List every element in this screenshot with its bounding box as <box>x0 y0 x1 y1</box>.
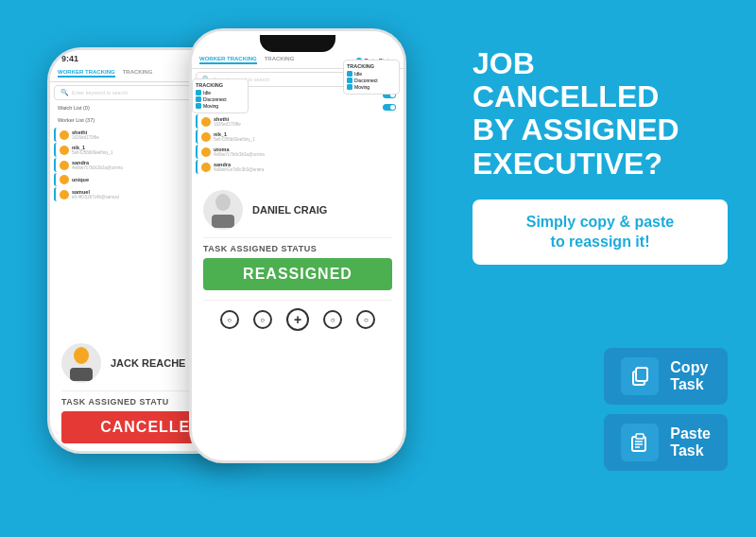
headline-line3: EXECUTIVE? <box>472 147 662 181</box>
avatar-small <box>60 161 69 170</box>
status-item: Disconnect <box>196 96 245 102</box>
list-item[interactable]: shethi 1626ed170f6e <box>196 114 400 129</box>
worker-info: sandra 4a9berGe7b9c3b3@unera <box>214 162 396 172</box>
exec-name-front: DANIEL CRAIG <box>252 204 327 216</box>
task-status-front: TASK ASSIGNED STATUS REASSIGNED <box>203 238 392 294</box>
phone-notch <box>260 35 335 52</box>
copy-task-label: CopyTask <box>670 359 708 393</box>
svg-rect-1 <box>70 368 93 381</box>
app-tabs-back: WORKER TRACKING TRACKING <box>58 69 152 78</box>
exec-avatar-back <box>61 343 101 383</box>
nav-icon-2[interactable]: ○ <box>253 310 272 329</box>
worker-list-toggle-front[interactable] <box>383 104 396 111</box>
exec-avatar-front <box>203 190 243 230</box>
avatar-small <box>201 163 211 172</box>
svg-point-2 <box>215 194 231 211</box>
avatar-small <box>201 117 211 127</box>
nav-icon-plus[interactable]: + <box>286 308 309 331</box>
avatar-small <box>201 132 211 142</box>
task-status-label-front: TASK ASSIGNED STATUS <box>203 244 392 253</box>
time-back: 9:41 <box>61 54 78 63</box>
list-item[interactable]: sandra 4a9berGe7b9c3b3@unera <box>196 160 400 174</box>
action-buttons: CopyTask PasteTask <box>604 348 728 471</box>
copy-task-button[interactable]: CopyTask <box>604 348 728 405</box>
search-icon-back: 🔍 <box>60 89 69 96</box>
status-item: Disconnect <box>347 78 396 83</box>
phones-area: 9:41 ▌▌▌ ▾ 🔋 WORKER TRACKING TRACKING Du… <box>19 0 472 537</box>
subtext: Simply copy & pasteto reassign it! <box>526 214 675 250</box>
tab-worker-tracking-back[interactable]: WORKER TRACKING <box>58 69 115 78</box>
status-item: Idle <box>347 71 396 77</box>
checkbox <box>347 78 352 83</box>
avatar-small <box>60 190 69 199</box>
avatar-small <box>60 175 69 184</box>
phone-nav: ○ ○ + ○ ○ <box>203 300 392 338</box>
worker-info: shethi 1626ed170f6e <box>214 116 396 127</box>
checkbox <box>196 103 201 109</box>
paste-task-button[interactable]: PasteTask <box>604 414 728 471</box>
right-content: JOB CANCELLED BY ASSIGNED EXECUTIVE? Sim… <box>472 47 728 265</box>
phone-bottom-front: DANIEL CRAIG TASK ASSIGNED STATUS REASSI… <box>192 175 404 326</box>
reassigned-badge: REASSIGNED <box>203 258 392 290</box>
svg-point-0 <box>74 347 89 364</box>
svg-rect-5 <box>636 368 647 381</box>
checkbox <box>196 96 201 102</box>
main-container: 9:41 ▌▌▌ ▾ 🔋 WORKER TRACKING TRACKING Du… <box>0 0 756 537</box>
list-item[interactable]: nik_1 5e6-f256b93ee6niy_1 <box>196 130 400 144</box>
status-item: Idle <box>196 90 245 95</box>
notch-area <box>192 31 404 52</box>
subtext-box: Simply copy & pasteto reassign it! <box>472 199 728 266</box>
executive-row-front: DANIEL CRAIG <box>203 182 392 238</box>
nav-icon-1[interactable]: ○ <box>220 310 239 329</box>
app-tabs-front: WORKER TRACKING TRACKING <box>199 56 294 64</box>
headline-line2: BY ASSIGNED <box>472 113 679 147</box>
worker-info: nik_1 5e6-f256b93ee6niy_1 <box>214 131 396 142</box>
paste-task-label: PasteTask <box>670 425 711 459</box>
worker-info: utoma 4e9be7c7b9c3b3a@unima <box>214 147 396 157</box>
checkbox <box>347 84 352 90</box>
checkbox <box>347 71 352 77</box>
avatar-small <box>201 147 211 157</box>
headline-line1: JOB CANCELLED <box>472 46 659 113</box>
paste-icon <box>621 424 659 461</box>
list-item[interactable]: utoma 4e9be7c7b9c3b3a@unima <box>196 145 400 159</box>
status-item: Moving <box>196 103 245 109</box>
tracking-panel-back: TRACKING Idle Disconnect Moving <box>192 78 249 113</box>
tab-worker-tracking-front[interactable]: WORKER TRACKING <box>199 56 257 64</box>
tab-tracking-front[interactable]: TRACKING <box>265 56 295 64</box>
headline: JOB CANCELLED BY ASSIGNED EXECUTIVE? <box>472 47 728 181</box>
svg-rect-7 <box>636 434 644 439</box>
avatar-small <box>60 130 69 140</box>
status-item: Moving <box>347 84 396 90</box>
tracking-panel-front: TRACKING Idle Disconnect Moving <box>343 60 400 95</box>
nav-icon-3[interactable]: ○ <box>323 310 342 329</box>
checkbox <box>196 90 201 95</box>
nav-icon-4[interactable]: ○ <box>356 310 375 329</box>
avatar-small <box>60 146 69 155</box>
exec-name-back: JACK REACHE <box>111 357 185 369</box>
svg-rect-3 <box>212 215 234 228</box>
tab-tracking-back[interactable]: TRACKING <box>123 69 153 78</box>
search-placeholder-back: Enter keyword to search <box>72 90 128 95</box>
copy-icon <box>621 357 659 395</box>
